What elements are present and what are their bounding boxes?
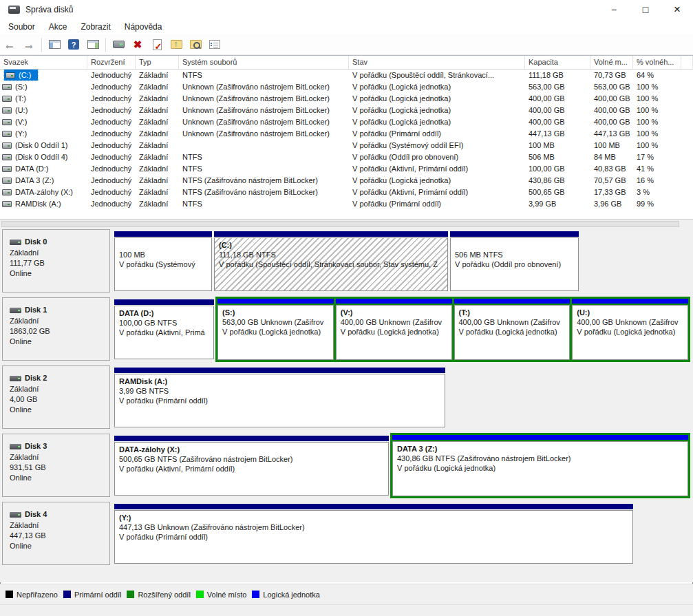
col-header-rozvrzeni[interactable]: Rozvržení	[87, 56, 136, 69]
table-row-c[interactable]: (C:) Jednoduchý Základní NTFS V pořádku …	[0, 70, 693, 81]
table-row-u[interactable]: (U:) Jednoduchý Základní Unknown (Zašifr…	[0, 105, 693, 116]
logical-partition-bar	[336, 299, 452, 304]
menu-akce[interactable]: Akce	[42, 21, 74, 33]
primary-partition-bar	[114, 504, 633, 509]
title-bar: Správa disků − □ ×	[0, 0, 693, 19]
close-button[interactable]: ×	[661, 0, 693, 19]
show-console-tree-icon[interactable]	[45, 36, 63, 53]
volume-icon	[2, 131, 12, 137]
folder-search-icon[interactable]	[186, 36, 204, 53]
extended-partition-disk1: (S:) 563,00 GB Unknown (Zašifrov V pořád…	[215, 297, 690, 362]
disk-row-0: Disk 0 Základní 111,77 GB Online 100 MB …	[0, 229, 693, 294]
folder-up-icon[interactable]	[167, 36, 185, 53]
table-row-s[interactable]: (S:) Jednoduchý Základní Unknown (Zašifr…	[0, 81, 693, 93]
partition-data-zalohy-x[interactable]: DATA-zálohy (X:) 500,65 GB NTFS (Zašifro…	[114, 436, 389, 496]
primary-partition-bar	[214, 231, 448, 237]
volume-icon	[2, 84, 12, 90]
delete-icon[interactable]: ✖	[129, 36, 147, 53]
partition-v[interactable]: (V:) 400,00 GB Unknown (Zašifrov V pořád…	[336, 299, 452, 360]
partition-t[interactable]: (T:) 400,00 GB Unknown (Zašifrov V pořád…	[454, 299, 571, 360]
primary-partition-bar	[450, 231, 579, 237]
volume-icon	[2, 96, 12, 102]
legend-logical: Logická jednotka	[252, 591, 320, 599]
menu-napoveda[interactable]: Nápověda	[118, 21, 169, 33]
disk-4-info[interactable]: Disk 4 Základní 447,13 GB Online	[2, 502, 110, 565]
table-row-ramdisk-a[interactable]: RAMDisk (A:) Jednoduchý Základní NTFS V …	[0, 198, 693, 210]
col-header-procent-volneho[interactable]: % volnéh...	[633, 56, 681, 69]
partition-y[interactable]: (Y:) 447,13 GB Unknown (Zašifrováno nást…	[114, 504, 633, 564]
logical-partition-bar	[454, 299, 571, 304]
table-row-data-zalohy-x[interactable]: DATA-zálohy (X:) Jednoduchý Základní NTF…	[0, 187, 693, 198]
disk-row-3: Disk 3 Základní 931,51 GB Online DATA-zá…	[0, 433, 693, 498]
disk-screen-icon[interactable]	[109, 36, 127, 53]
table-row-v[interactable]: (V:) Jednoduchý Základní Unknown (Zašifr…	[0, 116, 693, 128]
table-row-y[interactable]: (Y:) Jednoduchý Základní Unknown (Zašifr…	[0, 128, 693, 140]
maximize-button[interactable]: □	[630, 0, 661, 19]
col-header-kapacita[interactable]: Kapacita	[525, 56, 590, 69]
partition-u[interactable]: (U:) 400,00 GB Unknown (Zašifrov V pořád…	[572, 299, 688, 360]
partition-ramdisk-a[interactable]: RAMDisk (A:) 3,99 GB NTFS V pořádku (Pri…	[114, 368, 445, 427]
disk-1-info[interactable]: Disk 1 Základní 1863,02 GB Online	[2, 297, 110, 361]
toolbar-separator	[105, 38, 106, 52]
partition-s[interactable]: (S:) 563,00 GB Unknown (Zašifrov V pořád…	[217, 299, 334, 360]
logical-partition-bar	[392, 435, 688, 440]
col-header-volne-misto[interactable]: Volné m...	[590, 56, 633, 69]
legend-primary: Primární oddíl	[63, 591, 121, 599]
minimize-button[interactable]: −	[598, 0, 630, 19]
logical-partition-bar	[572, 299, 688, 304]
scrollbar-thumb[interactable]	[1, 221, 679, 227]
app-icon	[8, 6, 20, 14]
legend-unallocated: Nepřiřazeno	[6, 591, 58, 599]
volume-icon	[2, 201, 12, 207]
legend-extended: Rozšířený oddíl	[127, 591, 190, 599]
properties-list-icon[interactable]	[206, 36, 224, 53]
primary-partition-bar	[114, 231, 212, 237]
volume-icon	[2, 166, 12, 172]
menu-zobrazit[interactable]: Zobrazit	[74, 21, 117, 33]
col-header-typ[interactable]: Typ	[136, 56, 179, 69]
check-document-icon[interactable]	[148, 36, 166, 53]
col-header-svazek[interactable]: Svazek	[0, 56, 87, 69]
disk-2-info[interactable]: Disk 2 Základní 4,00 GB Online	[2, 365, 110, 429]
partition-data-d[interactable]: DATA (D:) 100,00 GB NTFS V pořádku (Akti…	[114, 299, 214, 359]
volume-table: Svazek Rozvržení Typ Systém souborů Stav…	[0, 55, 693, 219]
show-action-pane-icon[interactable]	[84, 36, 102, 53]
extended-partition-disk3: DATA 3 (Z:) 430,86 GB NTFS (Zašifrováno …	[390, 433, 690, 498]
disk-graphic-pane: Disk 0 Základní 111,77 GB Online 100 MB …	[0, 228, 693, 582]
primary-partition-bar	[114, 299, 214, 305]
partition-recovery[interactable]: 506 MB NTFS V pořádku (Oddíl pro obnoven…	[450, 231, 579, 291]
menu-soubor[interactable]: Soubor	[1, 21, 42, 33]
col-header-stav[interactable]: Stav	[349, 56, 525, 69]
disk-row-1: Disk 1 Základní 1863,02 GB Online DATA (…	[0, 297, 693, 362]
selected-volume: (C:)	[4, 70, 38, 81]
disk-icon	[10, 512, 21, 518]
bottom-strip	[0, 604, 693, 616]
partition-data3-z[interactable]: DATA 3 (Z:) 430,86 GB NTFS (Zašifrováno …	[392, 435, 688, 496]
col-header-system-souboru[interactable]: Systém souborů	[179, 56, 349, 69]
disk-row-2: Disk 2 Základní 4,00 GB Online RAMDisk (…	[0, 365, 693, 430]
table-row-data-d[interactable]: DATA (D:) Jednoduchý Základní NTFS V poř…	[0, 163, 693, 175]
primary-swatch	[63, 591, 71, 598]
back-icon[interactable]: ←	[1, 36, 19, 53]
table-row-data3-z[interactable]: DATA 3 (Z:) Jednoduchý Základní NTFS (Za…	[0, 175, 693, 187]
volume-icon	[2, 189, 12, 195]
table-row-t[interactable]: (T:) Jednoduchý Základní Unknown (Zašifr…	[0, 93, 693, 105]
table-row-disk0-oddil4[interactable]: (Disk 0 Oddíl 4) Jednoduchý Základní NTF…	[0, 151, 693, 163]
primary-partition-bar	[114, 436, 389, 441]
volume-icon	[6, 72, 15, 78]
table-row-disk0-oddil1[interactable]: (Disk 0 Oddíl 1) Jednoduchý Základní V p…	[0, 140, 693, 151]
toolbar: ← → ? ✖	[0, 34, 693, 55]
disk-row-4: Disk 4 Základní 447,13 GB Online (Y:) 44…	[0, 501, 693, 566]
disk-3-info[interactable]: Disk 3 Základní 931,51 GB Online	[2, 434, 110, 497]
logical-swatch	[252, 591, 259, 598]
help-icon[interactable]: ?	[65, 36, 83, 53]
extended-swatch	[127, 591, 134, 598]
forward-icon[interactable]: →	[20, 36, 38, 53]
volume-icon	[2, 142, 12, 149]
partition-efi[interactable]: 100 MB V pořádku (Systémový	[114, 231, 212, 291]
disk-0-info[interactable]: Disk 0 Základní 111,77 GB Online	[2, 229, 110, 293]
partition-c[interactable]: (C:) 111,18 GB NTFS V pořádku (Spouštěcí…	[214, 231, 448, 291]
free-space-swatch	[196, 591, 204, 598]
horizontal-scrollbar[interactable]	[0, 219, 693, 228]
volume-icon	[2, 178, 12, 184]
